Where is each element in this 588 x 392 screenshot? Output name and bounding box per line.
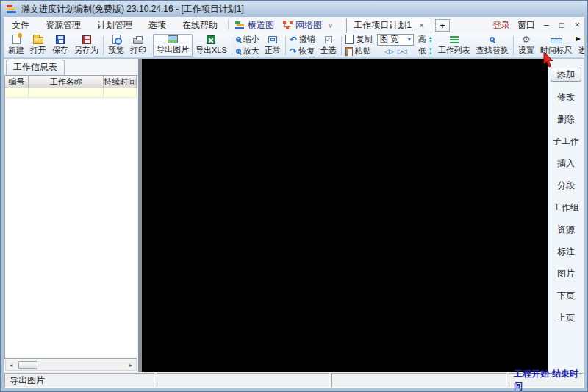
- export-xls-label: 导出XLS: [196, 45, 227, 56]
- open-button[interactable]: 打开: [27, 34, 49, 57]
- export-xls-button[interactable]: 导出XLS: [193, 34, 230, 57]
- network-view-button[interactable]: 网络图: [279, 19, 326, 32]
- menu-options[interactable]: 选项: [140, 17, 174, 33]
- horizontal-scrollbar[interactable]: ◄ ►: [5, 360, 137, 371]
- new-file-icon: [12, 35, 21, 44]
- normal-zoom-button[interactable]: 正常: [262, 34, 284, 57]
- scroll-left-icon[interactable]: ◄: [6, 360, 16, 370]
- content-area: 工作信息表 编号 工作名称 持续时间 ◄ ►: [4, 59, 584, 372]
- menu-plan[interactable]: 计划管理: [89, 17, 140, 33]
- paste-button[interactable]: 粘贴: [345, 46, 373, 57]
- maximize-button[interactable]: □: [558, 20, 566, 30]
- toolbar-overflow-icon[interactable]: ▶: [576, 35, 581, 42]
- gear-icon: ⚙: [522, 35, 531, 44]
- status-cell: [331, 373, 507, 388]
- find-replace-button[interactable]: 查找替换: [473, 34, 512, 57]
- menu-file[interactable]: 文件: [4, 17, 37, 33]
- preview-icon: [112, 35, 121, 44]
- annotation-button[interactable]: 标注: [548, 240, 584, 263]
- minimize-button[interactable]: –: [542, 20, 551, 30]
- work-list-button[interactable]: 工作列表: [435, 34, 473, 57]
- resource-button[interactable]: 资源: [548, 218, 584, 240]
- work-info-tab[interactable]: 工作信息表: [6, 60, 65, 75]
- narrow-bar-button[interactable]: ◁▷: [384, 48, 393, 55]
- image-icon: [168, 35, 178, 43]
- preview-button[interactable]: 预览: [105, 34, 127, 57]
- status-hint: 导出图片: [4, 373, 155, 388]
- tab-close-icon[interactable]: ×: [419, 21, 424, 31]
- select-all-button[interactable]: ✓ 全选: [318, 34, 340, 57]
- export-image-button[interactable]: 导出图片: [153, 34, 193, 57]
- insert-button[interactable]: 插入: [548, 152, 584, 174]
- table-body-empty[interactable]: [5, 98, 137, 358]
- scrollbar-track[interactable]: [37, 360, 126, 370]
- picture-button[interactable]: 图片: [548, 263, 584, 285]
- work-list-label: 工作列表: [438, 45, 470, 56]
- menu-resource[interactable]: 资源管理: [37, 17, 89, 33]
- login-button[interactable]: 登录: [492, 19, 510, 32]
- zoom-in-button[interactable]: 放大: [236, 46, 259, 57]
- redo-button[interactable]: ↷ 恢复: [290, 46, 315, 57]
- search-icon: [490, 37, 495, 42]
- menu-help[interactable]: 在线帮助: [174, 17, 226, 33]
- bar-width-dropdown[interactable]: 图 宽 ▾: [377, 34, 414, 46]
- add-button[interactable]: 添加: [551, 68, 581, 82]
- toolbar: 新建 打开 保存 另存为 预览 打印 导出图片 导出XLS: [4, 33, 584, 58]
- status-bar: 导出图片 工程开始-结束时间: [4, 372, 584, 388]
- copy-icon: [348, 35, 354, 43]
- new-tab-button[interactable]: +: [435, 19, 450, 32]
- document-tab[interactable]: 工作项目计划1 ×: [346, 18, 431, 33]
- gantt-canvas[interactable]: [142, 59, 548, 372]
- undo-button[interactable]: ↶ 撤销: [290, 34, 315, 45]
- dropdown-arrow-icon: ▾: [408, 36, 411, 43]
- window-menu[interactable]: 窗口: [517, 19, 535, 32]
- scrollbar-thumb[interactable]: [18, 361, 37, 369]
- separator: [103, 36, 104, 55]
- column-header-duration[interactable]: 持续时间: [104, 76, 137, 88]
- modify-button[interactable]: 修改: [548, 86, 584, 108]
- menubar-right: 登录 窗口 – □ ×: [492, 19, 584, 32]
- chevron-down-icon[interactable]: ∨: [328, 21, 333, 29]
- export-image-label: 导出图片: [157, 44, 189, 55]
- save-floppy-icon: [56, 35, 65, 44]
- print-button[interactable]: 打印: [127, 34, 149, 57]
- next-page-button[interactable]: 下页: [548, 285, 584, 307]
- edit-sidebar: 添加 修改 删除 子工作 插入 分段 工作组 资源 标注 图片 下页 上页: [548, 59, 584, 372]
- settings-label: 设置: [518, 45, 534, 56]
- save-as-button[interactable]: 另存为: [71, 34, 101, 57]
- time-ruler-button[interactable]: 时间标尺: [537, 34, 576, 57]
- prev-page-button[interactable]: 上页: [548, 307, 584, 329]
- settings-button[interactable]: ⚙ 设置: [515, 34, 537, 57]
- widen-bar-button[interactable]: ▷◁: [398, 48, 406, 55]
- printer-icon: [133, 38, 143, 44]
- save-button[interactable]: 保存: [49, 34, 71, 57]
- copy-button[interactable]: 复制: [345, 34, 373, 45]
- scroll-right-icon[interactable]: ►: [126, 360, 136, 370]
- title-bar: 瀚文进度计划编制(免费版) 23.10.24.16 - [工作项目计划1]: [1, 1, 587, 17]
- close-button[interactable]: ×: [573, 20, 581, 30]
- segment-button[interactable]: 分段: [548, 174, 584, 196]
- status-cell: [157, 373, 330, 388]
- column-header-name[interactable]: 工作名称: [29, 76, 104, 88]
- separator: [232, 36, 232, 55]
- height-arrows-icon: ▲▼: [429, 36, 433, 43]
- table-row[interactable]: [5, 88, 137, 98]
- save-as-floppy-icon: [82, 35, 91, 44]
- separator: [151, 36, 151, 55]
- status-project-range: 工程开始-结束时间: [509, 373, 584, 388]
- save-as-label: 另存为: [74, 45, 98, 56]
- delete-button[interactable]: 删除: [548, 108, 584, 130]
- zoom-out-label: 缩小: [243, 34, 259, 45]
- network-view-label: 网络图: [295, 19, 322, 32]
- network-diagram-icon: [283, 21, 293, 29]
- zoom-out-button[interactable]: 缩小: [236, 34, 259, 45]
- shorter-button[interactable]: 低 ▼▲: [418, 46, 433, 57]
- new-label: 新建: [8, 45, 24, 56]
- column-header-id[interactable]: 编号: [5, 76, 29, 88]
- workgroup-button[interactable]: 工作组: [548, 196, 584, 218]
- subtask-button[interactable]: 子工作: [548, 130, 584, 152]
- taller-button[interactable]: 高 ▲▼: [418, 34, 433, 45]
- new-button[interactable]: 新建: [5, 34, 27, 57]
- separator: [341, 36, 342, 55]
- gantt-view-button[interactable]: 横道图: [231, 19, 279, 32]
